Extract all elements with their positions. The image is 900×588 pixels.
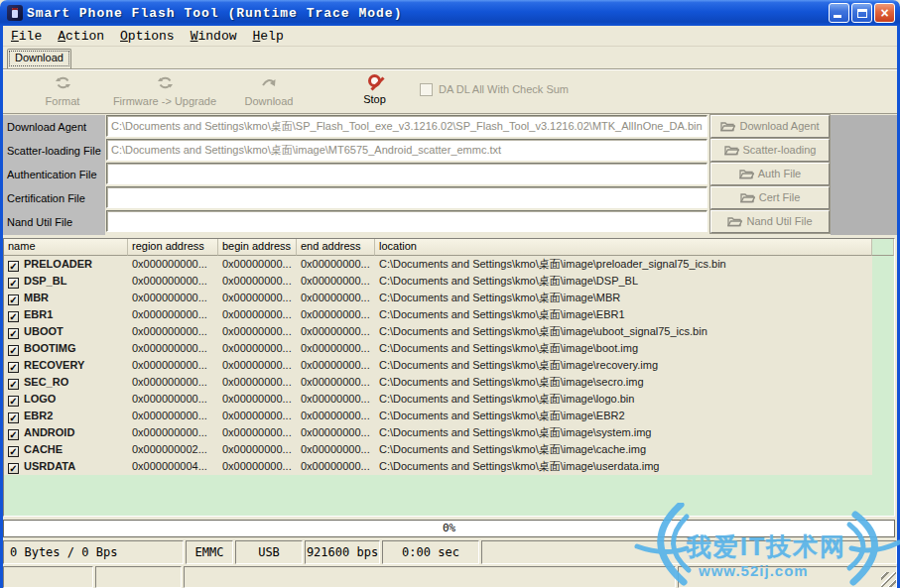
check-icon: ✓ <box>9 345 17 356</box>
download-button[interactable]: Download <box>231 74 307 107</box>
table-row[interactable]: ✓DSP_BL 0x000000000... 0x00000000... 0x0… <box>4 273 894 290</box>
row-checkbox[interactable]: ✓ <box>8 463 19 474</box>
begin-address-cell: 0x00000000... <box>218 441 297 458</box>
status2-panel-1 <box>3 566 93 588</box>
region-address-cell: 0x000000000... <box>128 340 218 357</box>
location-cell: C:\Documents and Settings\kmo\桌面\image\s… <box>375 374 872 391</box>
minimize-icon <box>834 15 841 18</box>
region-address-cell: 0x000000000... <box>128 357 218 374</box>
begin-address-cell: 0x00000000... <box>218 306 297 323</box>
close-button[interactable]: × <box>874 3 895 23</box>
folder-open-icon <box>720 118 735 139</box>
menu-item[interactable]: Help <box>253 29 284 44</box>
check-icon: ✓ <box>9 463 17 474</box>
col-header-location[interactable]: location <box>375 239 872 256</box>
menu-item[interactable]: Window <box>191 29 237 44</box>
end-address-cell: 0x00000000... <box>297 290 375 306</box>
table-row[interactable]: ✓MBR 0x000000000... 0x00000000... 0x0000… <box>4 290 894 306</box>
begin-address-cell: 0x00000000... <box>218 273 297 290</box>
row-checkbox[interactable]: ✓ <box>8 311 19 322</box>
browse-button[interactable]: Scatter-loading <box>710 139 830 162</box>
end-address-cell: 0x00000000... <box>297 323 375 340</box>
table-row[interactable]: ✓LOGO 0x000000000... 0x00000000... 0x000… <box>4 391 894 408</box>
status-baudrate: 921600 bps <box>305 540 380 564</box>
end-address-cell: 0x00000000... <box>297 424 375 441</box>
field-input[interactable]: C:\Documents and Settings\kmo\桌面\SP_Flas… <box>106 115 707 137</box>
row-checkbox[interactable]: ✓ <box>8 328 19 339</box>
table-row[interactable]: ✓EBR1 0x000000000... 0x00000000... 0x000… <box>4 306 894 323</box>
table-row[interactable]: ✓RECOVERY 0x000000000... 0x00000000... 0… <box>4 357 894 374</box>
row-checkbox[interactable]: ✓ <box>8 379 19 390</box>
col-header-begin[interactable]: begin address <box>218 239 297 256</box>
table-row[interactable]: ✓EBR2 0x000000000... 0x00000000... 0x000… <box>4 408 894 424</box>
end-address-cell: 0x00000000... <box>297 408 375 424</box>
table-row[interactable]: ✓USRDATA 0x000000004... 0x00000000... 0x… <box>4 458 894 475</box>
row-checkbox[interactable]: ✓ <box>8 446 19 457</box>
field-row: Nand Util File Nand Util File <box>3 210 897 234</box>
table-row[interactable]: ✓BOOTIMG 0x000000000... 0x00000000... 0x… <box>4 340 894 357</box>
stop-button[interactable]: Stop <box>347 74 402 105</box>
table-row[interactable]: ✓PRELOADER 0x000000000... 0x00000000... … <box>4 256 894 273</box>
field-input[interactable]: C:\Documents and Settings\kmo\桌面\image\M… <box>106 139 707 161</box>
browse-button[interactable]: Auth File <box>710 163 830 185</box>
row-checkbox[interactable]: ✓ <box>8 345 19 356</box>
status-storage: EMMC <box>186 540 233 564</box>
row-checkbox[interactable]: ✓ <box>8 261 19 272</box>
region-address-cell: 0x000000000... <box>128 306 218 323</box>
status2-panel-3 <box>184 566 676 588</box>
field-input[interactable] <box>106 163 707 184</box>
folder-open-icon <box>727 213 742 234</box>
end-address-cell: 0x00000000... <box>297 441 375 458</box>
field-label: Scatter-loading File <box>7 139 104 163</box>
col-header-region[interactable]: region address <box>128 239 218 256</box>
status-bar-2 <box>3 566 897 588</box>
browse-button[interactable]: Download Agent <box>710 115 830 138</box>
end-address-cell: 0x00000000... <box>297 256 375 273</box>
menu-item[interactable]: Options <box>120 29 175 44</box>
menu-item[interactable]: Action <box>58 29 104 44</box>
field-input[interactable] <box>106 210 707 232</box>
row-checkbox[interactable]: ✓ <box>8 396 19 407</box>
check-icon: ✓ <box>9 412 17 423</box>
partition-name: PRELOADER <box>24 258 92 270</box>
window-title: Smart Phone Flash Tool (Runtime Trace Mo… <box>27 6 829 21</box>
minimize-button[interactable] <box>829 3 849 23</box>
field-input[interactable] <box>106 186 707 208</box>
status-time: 0:00 sec <box>382 540 479 564</box>
end-address-cell: 0x00000000... <box>297 458 375 475</box>
status2-panel-2 <box>95 566 182 588</box>
col-header-name[interactable]: name <box>4 239 128 256</box>
check-icon: ✓ <box>9 278 17 289</box>
location-cell: C:\Documents and Settings\kmo\桌面\image\b… <box>375 340 872 357</box>
table-row[interactable]: ✓UBOOT 0x000000000... 0x00000000... 0x00… <box>4 323 894 340</box>
format-button[interactable]: Format <box>28 74 97 107</box>
row-checkbox[interactable]: ✓ <box>8 278 19 289</box>
partition-name: CACHE <box>24 443 63 455</box>
end-address-cell: 0x00000000... <box>297 306 375 323</box>
maximize-button[interactable] <box>851 3 872 23</box>
table-row[interactable]: ✓SEC_RO 0x000000000... 0x00000000... 0x0… <box>4 374 894 391</box>
table-row[interactable]: ✓ANDROID 0x000000000... 0x00000000... 0x… <box>4 424 894 441</box>
tab-download[interactable]: Download <box>7 49 71 68</box>
browse-button[interactable]: Cert File <box>710 186 830 209</box>
table-header: name region address begin address end ad… <box>4 239 894 256</box>
resize-grip[interactable] <box>881 572 896 587</box>
menu-item[interactable]: File <box>11 29 42 44</box>
firmware-refresh-icon <box>157 74 174 91</box>
begin-address-cell: 0x00000000... <box>218 340 297 357</box>
row-checkbox[interactable]: ✓ <box>8 429 19 440</box>
browse-button-label: Download Agent <box>739 120 819 132</box>
row-checkbox[interactable]: ✓ <box>8 412 19 423</box>
row-checkbox[interactable]: ✓ <box>8 362 19 373</box>
firmware-upgrade-button[interactable]: Firmware -> Upgrade <box>107 74 222 107</box>
location-cell: C:\Documents and Settings\kmo\桌面\image\D… <box>375 273 872 290</box>
checksum-checkbox[interactable] <box>420 83 433 96</box>
row-checkbox[interactable]: ✓ <box>8 294 19 305</box>
close-icon: × <box>875 4 894 22</box>
table-row[interactable]: ✓CACHE 0x000000002... 0x00000000... 0x00… <box>4 441 894 458</box>
check-icon: ✓ <box>9 429 17 440</box>
partition-name: EBR2 <box>24 410 53 421</box>
col-header-end[interactable]: end address <box>297 239 375 256</box>
col-header-filler <box>872 239 894 256</box>
browse-button[interactable]: Nand Util File <box>710 210 830 233</box>
